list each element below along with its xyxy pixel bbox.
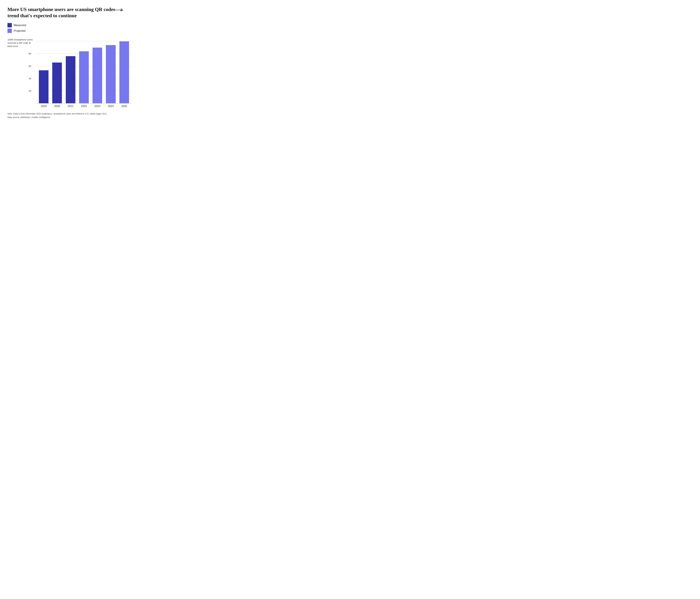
bar-wrapper-2020 <box>50 38 64 103</box>
bar-wrapper-2024 <box>104 38 117 103</box>
x-label-2022: 2022 <box>77 105 91 108</box>
chart-main: 80604020 2019202020212022202320242025 <box>35 38 132 108</box>
legend: MeasuredProjected <box>7 23 132 33</box>
footnote-area: Note: Data is from December 2021 project… <box>7 112 132 119</box>
x-axis: 2019202020212022202320242025 <box>35 105 132 108</box>
y-axis-label-area: 100M smartphone users scanned a QR code … <box>7 38 35 108</box>
x-label-2019: 2019 <box>37 105 50 108</box>
x-label-2020: 2020 <box>50 105 64 108</box>
x-label-2021: 2021 <box>64 105 77 108</box>
grid-and-bars: 80604020 <box>35 38 132 103</box>
legend-item-measured: Measured <box>7 23 132 27</box>
legend-swatch-measured <box>7 23 12 27</box>
x-label-2024: 2024 <box>104 105 117 108</box>
chart-title: More US smartphone users are scanning QR… <box>7 6 132 19</box>
bar-wrapper-2022 <box>77 38 91 103</box>
bar-wrapper-2021 <box>64 38 77 103</box>
y-tick-label: 20 <box>29 90 31 92</box>
y-tick-label: 80 <box>29 52 31 55</box>
footnote: Note: Data is from December 2021 project… <box>7 112 132 115</box>
x-label-2025: 2025 <box>118 105 131 108</box>
bar-2019 <box>39 70 49 103</box>
data-source: Data source: eMarketer | Insider Intelli… <box>7 116 132 119</box>
bars-row <box>35 38 132 103</box>
x-label-2023: 2023 <box>91 105 104 108</box>
chart-area: 100M smartphone users scanned a QR code … <box>7 38 132 108</box>
bar-2020 <box>52 63 62 103</box>
y-tick-label: 60 <box>29 65 31 67</box>
legend-label-measured: Measured <box>14 24 26 27</box>
bar-2022 <box>79 51 89 103</box>
y-axis-description: 100M smartphone users scanned a QR code … <box>7 38 34 48</box>
legend-swatch-projected <box>7 29 12 33</box>
legend-item-projected: Projected <box>7 29 132 33</box>
legend-label-projected: Projected <box>14 29 25 32</box>
bar-wrapper-2019 <box>37 38 50 103</box>
y-tick-label: 40 <box>29 77 31 80</box>
bar-wrapper-2023 <box>91 38 104 103</box>
bar-2024 <box>106 45 116 103</box>
bar-2025 <box>119 41 129 103</box>
bar-2023 <box>93 48 102 103</box>
bar-wrapper-2025 <box>118 38 131 103</box>
bar-2021 <box>66 56 75 103</box>
